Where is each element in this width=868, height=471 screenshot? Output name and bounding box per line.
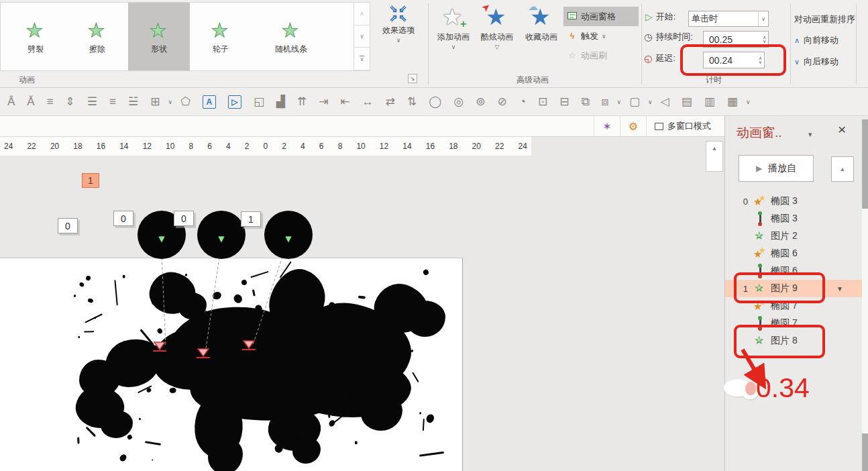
subtract-shapes-icon[interactable]: ◔ [519,95,526,109]
animation-number-badge[interactable]: 0 [113,211,133,226]
animation-list-item-椭圆3[interactable]: 0★★椭圆 3 [725,193,862,210]
ungroup-icon[interactable]: ⊟ [559,95,569,109]
delay-annotation-text: 0.34 [756,372,810,404]
gallery-more-button[interactable]: ∨ [354,48,370,70]
animation-number-badge-selected[interactable]: 1 [82,173,99,188]
black-circle-shape-3[interactable]: ▼ [264,211,313,259]
edit-shape-icon[interactable]: ⬠ [180,95,191,109]
animation-style-2[interactable]: ★☆擦除 [66,3,128,70]
animation-number-badge[interactable]: 1 [241,211,261,227]
chart-icon[interactable]: ▟ [276,95,285,109]
trigger-button[interactable]: ϟ 触发 ∨ [563,26,639,46]
favorite-animation-button[interactable]: ★ ☁ 收藏动画 [519,4,563,43]
table-caret-icon[interactable]: ∨ [168,95,173,109]
start-row: ▷ 开始: [645,11,675,23]
animation-style-4[interactable]: ★☆轮子 [190,3,252,70]
animation-list-item-椭圆6[interactable]: 椭圆 6 [725,262,862,280]
combine-shapes-icon[interactable]: ◎ [453,95,464,109]
pane-scrollbar-thumb[interactable] [862,209,868,433]
animation-star-icon: ★☆ [279,18,303,42]
pane-title-caret-icon[interactable]: ▾ [808,130,812,139]
entrance-star-green-icon: ★★ [753,282,767,295]
add-animation-label: 添加动画 [437,32,470,43]
move-later-button[interactable]: ∨向后移动 [794,56,838,68]
increase-font-icon[interactable]: Â [7,95,15,109]
settings-button[interactable]: ⚙ [620,116,646,136]
play-from-button[interactable]: ▶ 播放自 [739,155,814,182]
entrance-star-orange-icon: ★★ [753,195,767,207]
pane-close-icon[interactable]: × [838,121,846,138]
animation-pane-button[interactable]: 动画窗格 [563,7,639,26]
item-dropdown-caret-icon[interactable]: ▼ [836,285,843,293]
animation-style-5[interactable]: ★☆随机线条 [252,3,331,70]
animation-painter-button[interactable]: ☆ 动画刷 [563,46,639,65]
motion-path-line-icon [759,266,761,276]
canvas-scroll-up-button[interactable]: ▲ [706,141,723,172]
distribute-v-icon[interactable]: ⇅ [407,95,417,109]
animation-star-icon: ★☆ [209,18,233,42]
animation-list-item-椭圆6[interactable]: ★★椭圆 6 [725,245,862,262]
paragraph-spacing-icon[interactable]: ⇕ [66,95,75,109]
cool-animation-caret-icon: ▽ [495,44,500,50]
gallery-scroll-up-button[interactable]: ∧ [354,3,370,25]
fragment-shapes-icon[interactable]: ⊚ [476,95,485,109]
group-icon[interactable]: ⊡ [538,95,547,109]
trigger-caret-icon: ∨ [602,33,606,40]
align-right-icon[interactable]: ☱ [128,95,138,109]
arrange-caret-icon[interactable]: ∨ [616,95,621,109]
text-bottom-icon[interactable]: ▦ [727,95,738,109]
center-horizontal-icon[interactable]: ↔ [362,95,374,109]
animation-list-item-图片9[interactable]: 1★★图片 9▼ [725,280,862,297]
multi-window-mode-button[interactable]: 多窗口模式 [646,116,724,136]
more-tools-icon[interactable]: ∨ [746,95,751,109]
black-circle-shape-2[interactable]: ▼ [197,211,246,259]
gallery-scroll-down-button[interactable]: ∨ [354,25,370,48]
table-icon[interactable]: ⊞ [150,95,160,109]
dialog-launcher-icon[interactable]: ↘ [408,74,417,83]
animation-list-item-椭圆7[interactable]: ★★椭圆 7 [725,297,862,315]
text-middle-icon[interactable]: ▥ [704,95,715,109]
send-backward-icon[interactable]: ⧈ [602,95,609,109]
animation-number-badge[interactable]: 0 [174,211,194,226]
magic-wand-button[interactable]: ✶ [594,116,619,136]
motion-path-line-icon [759,318,761,329]
move-later-label: 向后移动 [804,56,838,66]
line-spacing-icon[interactable]: ≡ [47,95,54,109]
align-obj-left-icon[interactable]: ⇤ [341,95,350,109]
trigger-label: 触发 [581,30,598,42]
animation-list-item-椭圆3[interactable]: 椭圆 3 [725,210,862,227]
media-box-icon[interactable]: ▷ [228,95,241,109]
align-obj-right-icon[interactable]: ⇥ [319,95,328,109]
shape-overlap-icon[interactable]: ◱ [254,95,264,109]
animation-number-badge[interactable]: 0 [58,218,78,233]
distribute-h-icon[interactable]: ⇄ [386,95,395,109]
delay-spinner[interactable]: ∧∨ [756,56,762,64]
intersect-shapes-icon[interactable]: ⊘ [497,95,506,109]
union-shapes-icon[interactable]: ◯ [429,95,441,109]
add-animation-button[interactable]: ★ ＋ 添加动画 ∨ [432,4,475,50]
duration-input[interactable]: 00.25 ∧∨ [703,31,769,48]
move-earlier-icon: ∧ [794,36,800,44]
animation-style-3[interactable]: ★☆形状 [128,3,190,70]
flip-icon[interactable]: ◁ [661,95,669,109]
decrease-font-icon[interactable]: Ǎ [27,95,34,109]
text-box-icon[interactable]: A [203,95,216,109]
animation-list-item-椭圆7[interactable]: 椭圆 7 [725,315,862,332]
move-earlier-button[interactable]: ∧向前移动 [794,34,838,46]
text-top-icon[interactable]: ▤ [682,95,692,109]
align-left-icon[interactable]: ☰ [87,95,97,109]
animation-style-1[interactable]: ★☆劈裂 [5,3,66,70]
effect-options-button[interactable]: ⇘⇙⇗⇖ 效果选项 ∨ [373,4,424,44]
cool-animation-button[interactable]: ★ ➤ 酷炫动画 ▽ [475,4,519,50]
duration-spinner[interactable]: ∧∨ [760,36,766,44]
rotate-objects-icon[interactable]: ▢ [629,95,640,109]
align-center-icon[interactable]: ≡ [109,95,116,109]
start-dropdown[interactable]: 单击时 ∨ [688,11,769,27]
delay-input[interactable]: 00.24 ∧∨ [703,52,765,68]
animation-list-item-图片2[interactable]: ★★图片 2 [725,227,862,245]
rotate-text-icon[interactable]: ⇈ [297,95,307,109]
effect-options-caret-icon: ∨ [396,37,401,44]
pane-scroll-up-button[interactable]: ▲ [831,156,854,182]
bring-forward-icon[interactable]: ⧉ [581,95,589,109]
rotate-caret-icon[interactable]: ∨ [648,95,653,109]
